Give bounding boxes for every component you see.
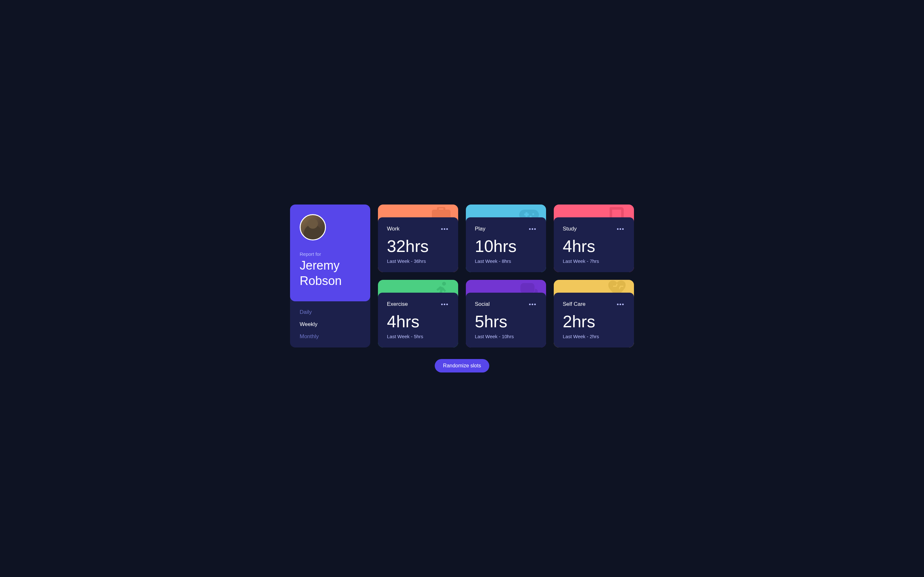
ellipsis-icon[interactable]	[528, 227, 537, 231]
timeframe-daily[interactable]: Daily	[300, 309, 360, 316]
card-content[interactable]: Play 10hrs Last Week - 8hrs	[466, 218, 546, 272]
card-header: Exercise	[387, 301, 449, 308]
ellipsis-icon[interactable]	[440, 227, 449, 231]
previous-value: Last Week - 2hrs	[563, 334, 625, 339]
randomize-button[interactable]: Randomize slots	[435, 359, 489, 372]
activity-card-social: Social 5hrs Last Week - 10hrs	[466, 280, 546, 348]
card-header: Social	[475, 301, 537, 308]
avatar	[300, 214, 326, 240]
hours-value: 10hrs	[475, 237, 537, 256]
ellipsis-icon[interactable]	[615, 302, 625, 306]
profile-name: Jeremy Robson	[300, 258, 360, 288]
previous-value: Last Week - 8hrs	[475, 258, 537, 264]
hours-value: 4hrs	[387, 312, 449, 331]
previous-value: Last Week - 36hrs	[387, 258, 449, 264]
card-content[interactable]: Study 4hrs Last Week - 7hrs	[554, 218, 634, 272]
previous-value: Last Week - 7hrs	[563, 258, 625, 264]
card-content[interactable]: Self Care 2hrs Last Week - 2hrs	[554, 293, 634, 348]
ellipsis-icon[interactable]	[528, 302, 537, 306]
activity-card-play: Play 10hrs Last Week - 8hrs	[466, 205, 546, 272]
card-title: Social	[475, 301, 489, 308]
ellipsis-icon[interactable]	[615, 227, 625, 231]
card-title: Work	[387, 226, 399, 232]
activity-card-work: Work 32hrs Last Week - 36hrs	[378, 205, 458, 272]
hours-value: 2hrs	[563, 312, 625, 331]
card-title: Self Care	[563, 301, 586, 308]
card-title: Play	[475, 226, 485, 232]
ellipsis-icon[interactable]	[440, 302, 449, 306]
report-for-label: Report for	[300, 251, 360, 257]
card-header: Study	[563, 226, 625, 232]
card-title: Exercise	[387, 301, 408, 308]
hours-value: 32hrs	[387, 237, 449, 256]
activity-card-exercise: Exercise 4hrs Last Week - 5hrs	[378, 280, 458, 348]
hours-value: 4hrs	[563, 237, 625, 256]
previous-value: Last Week - 5hrs	[387, 334, 449, 339]
time-tracking-dashboard: Report for Jeremy Robson Daily Weekly Mo…	[290, 205, 634, 348]
activity-card-selfcare: Self Care 2hrs Last Week - 2hrs	[554, 280, 634, 348]
timeframe-monthly[interactable]: Monthly	[300, 334, 360, 340]
profile-card: Report for Jeremy Robson Daily Weekly Mo…	[290, 205, 370, 348]
card-title: Study	[563, 226, 577, 232]
hours-value: 5hrs	[475, 312, 537, 331]
card-header: Work	[387, 226, 449, 232]
card-content[interactable]: Social 5hrs Last Week - 10hrs	[466, 293, 546, 348]
card-content[interactable]: Exercise 4hrs Last Week - 5hrs	[378, 293, 458, 348]
card-header: Self Care	[563, 301, 625, 308]
activity-card-study: Study 4hrs Last Week - 7hrs	[554, 205, 634, 272]
card-content[interactable]: Work 32hrs Last Week - 36hrs	[378, 218, 458, 272]
previous-value: Last Week - 10hrs	[475, 334, 537, 339]
timeframe-weekly[interactable]: Weekly	[300, 321, 360, 327]
timeframe-nav: Daily Weekly Monthly	[290, 301, 370, 348]
profile-header: Report for Jeremy Robson	[290, 205, 370, 301]
card-header: Play	[475, 226, 537, 232]
